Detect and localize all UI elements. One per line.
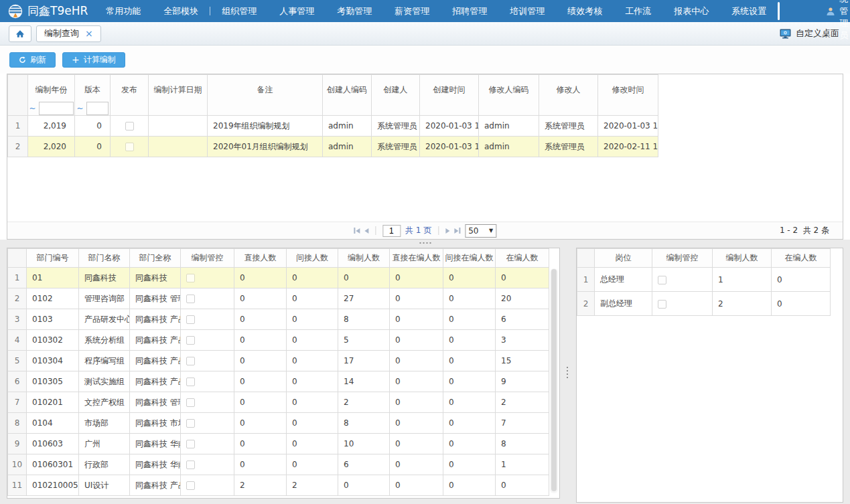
cell-direct: 0 <box>234 268 287 288</box>
menu-item-recruit[interactable]: 招聘管理 <box>441 0 498 22</box>
post-panel: 岗位 编制管控 编制人数 在编人数 1 总经理 1 0 2 副总经理 2 0 <box>576 248 843 503</box>
cell-indirect-active: 0 <box>443 434 496 454</box>
col-creator: 创建人 <box>372 75 420 116</box>
menu-item-all-modules[interactable]: 全部模块 <box>152 0 210 22</box>
home-tab[interactable] <box>9 25 31 42</box>
refresh-button[interactable]: 刷新 <box>9 52 56 68</box>
menu-item-hr[interactable]: 人事管理 <box>268 0 326 22</box>
menu-item-training[interactable]: 培训管理 <box>498 0 556 22</box>
cell-indirect-active: 0 <box>443 268 496 288</box>
scrollbar-thumb[interactable] <box>551 269 557 491</box>
pagination-last-button[interactable] <box>454 228 460 234</box>
cell-dept-name: 广州 <box>79 434 130 454</box>
quota-control-checkbox[interactable] <box>186 481 195 490</box>
department-row[interactable]: 20102管理咨询部同鑫科技 管理咨询部00270020 <box>8 288 549 309</box>
vertical-splitter[interactable] <box>560 248 576 504</box>
menu-item-reports[interactable]: 报表中心 <box>662 0 720 22</box>
menu-item-workflow[interactable]: 工作流 <box>614 0 662 22</box>
calculate-button[interactable]: + 计算编制 <box>62 52 125 68</box>
main-menu: 常用功能 全部模块 组织管理 人事管理 考勤管理 薪资管理 招聘管理 培训管理 … <box>94 0 778 22</box>
quota-control-checkbox[interactable] <box>186 295 195 303</box>
department-row[interactable]: 9010603广州同鑫科技 华南基地0010008 <box>8 434 549 454</box>
pagination-next-button[interactable] <box>445 228 449 234</box>
publish-checkbox[interactable] <box>125 122 134 131</box>
department-row[interactable]: 11010210005UI设计同鑫科技 产品研发中心220000 <box>8 475 549 496</box>
plan-row-2020[interactable]: 2 2,020 0 2020年01月组织编制规划 admin 系统管理员 202… <box>8 137 658 157</box>
custom-desktop-label: 自定义桌面 <box>796 27 839 39</box>
horizontal-splitter[interactable] <box>0 240 850 248</box>
pagination-prev-button[interactable] <box>364 228 368 234</box>
department-row[interactable]: 6010305测试实施组同鑫科技 产品研发中心0014009 <box>8 371 549 392</box>
cell-dept-fullname: 同鑫科技 管理咨询部 <box>130 392 181 413</box>
cell-dept-code: 010603 <box>27 434 79 454</box>
row-number: 11 <box>8 475 27 496</box>
department-row[interactable]: 7010201文控产权组同鑫科技 管理咨询部002002 <box>8 392 549 413</box>
vertical-resize-handle[interactable] <box>567 367 568 378</box>
horizontal-resize-handle[interactable] <box>419 242 431 244</box>
menu-item-org[interactable]: 组织管理 <box>210 0 268 22</box>
quota-control-checkbox[interactable] <box>186 377 195 386</box>
col-modifier: 修改人 <box>539 75 598 116</box>
cell-dept-name: 管理咨询部 <box>79 288 130 309</box>
cell-modifier-code: admin <box>479 137 539 157</box>
pagination-first-button[interactable] <box>354 228 360 234</box>
quota-control-checkbox[interactable] <box>186 398 195 407</box>
department-row[interactable]: 5010304程序编写组同鑫科技 产品研发中心00170015 <box>8 351 549 371</box>
col-indirect: 间接人数 <box>287 249 338 268</box>
cell-note: 2020年01月组织编制规划 <box>208 137 323 157</box>
cell-indirect-active: 0 <box>443 454 496 475</box>
post-row[interactable]: 1 总经理 1 0 <box>577 268 831 292</box>
row-number: 1 <box>577 268 595 292</box>
brand[interactable]: 同鑫T9eHR <box>0 3 94 19</box>
quota-control-checkbox[interactable] <box>186 336 195 345</box>
quota-control-checkbox[interactable] <box>186 419 195 428</box>
page-size-select[interactable]: 50 ▼ <box>465 224 496 238</box>
quota-control-checkbox[interactable] <box>658 276 666 284</box>
cell-indirect-active: 0 <box>443 288 496 309</box>
col-note: 备注 <box>208 75 323 116</box>
cell-active: 0 <box>772 268 831 292</box>
department-row[interactable]: 4010302系统分析组同鑫科技 产品研发中心005003 <box>8 330 549 351</box>
row-number: 7 <box>8 392 27 413</box>
menu-item-common[interactable]: 常用功能 <box>94 0 152 22</box>
tab-bianzhi-chaxun[interactable]: 编制查询 × <box>36 25 101 42</box>
post-row[interactable]: 2 副总经理 2 0 <box>577 292 831 316</box>
cell-creator-code: admin <box>323 137 372 157</box>
cell-dept-name: 同鑫科技 <box>79 268 130 288</box>
cell-active: 8 <box>496 434 549 454</box>
publish-checkbox[interactable] <box>125 143 134 151</box>
page-number-input[interactable] <box>382 225 401 237</box>
monitor-icon <box>780 29 791 39</box>
cell-dept-code: 0104 <box>27 413 79 434</box>
quota-control-checkbox[interactable] <box>186 440 195 448</box>
col-dept-fullname: 部门全称 <box>130 249 181 268</box>
department-row[interactable]: 80104市场部同鑫科技 市场部008007 <box>8 413 549 434</box>
row-number: 8 <box>8 413 27 434</box>
menu-item-salary[interactable]: 薪资管理 <box>383 0 441 22</box>
close-icon[interactable]: × <box>85 29 93 38</box>
col-direct-active: 直接在编人数 <box>390 249 443 268</box>
cell-direct-active: 0 <box>390 371 443 392</box>
department-row[interactable]: 101同鑫科技同鑫科技000000 <box>8 268 549 288</box>
quota-control-checkbox[interactable] <box>658 300 666 309</box>
custom-desktop-link[interactable]: 自定义桌面 <box>780 27 839 39</box>
menu-item-settings[interactable]: 系统设置 <box>720 0 778 22</box>
quota-control-checkbox[interactable] <box>186 315 195 324</box>
cell-created-time: 2020-01-03 17:51:5 <box>420 137 479 157</box>
year-filter-input[interactable] <box>39 102 74 115</box>
user-icon <box>826 7 835 16</box>
plan-row-2019[interactable]: 1 2,019 0 2019年组织编制规划 admin 系统管理员 2020-0… <box>8 116 658 137</box>
menu-item-attendance[interactable]: 考勤管理 <box>326 0 383 22</box>
cell-created-time: 2020-01-03 17:51:3 <box>420 116 479 137</box>
version-filter-input[interactable] <box>86 102 109 115</box>
quota-control-checkbox[interactable] <box>186 460 195 469</box>
menu-item-performance[interactable]: 绩效考核 <box>556 0 614 22</box>
department-row[interactable]: 30103产品研发中心同鑫科技 产品研发中心008006 <box>8 309 549 330</box>
quota-control-checkbox[interactable] <box>186 357 195 365</box>
department-row[interactable]: 1001060301行政部同鑫科技 华南基地006001 <box>8 454 549 475</box>
refresh-icon <box>19 56 26 64</box>
col-modified-time: 修改时间 <box>598 75 658 116</box>
quota-control-checkbox[interactable] <box>186 274 195 282</box>
vertical-scrollbar[interactable] <box>550 268 558 493</box>
cell-dept-fullname: 同鑫科技 产品研发中心 <box>130 309 181 330</box>
